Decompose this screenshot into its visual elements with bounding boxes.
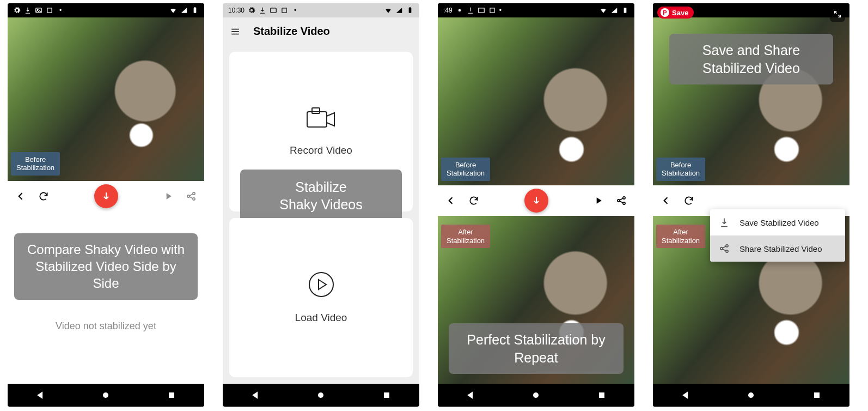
- share-stabilized-item[interactable]: Share Stabilized Video: [710, 235, 845, 262]
- share-stabilized-label: Share Stabilized Video: [739, 244, 822, 253]
- svg-point-30: [748, 392, 754, 398]
- android-navbar: [8, 384, 204, 407]
- share-icon[interactable]: [186, 191, 197, 202]
- player-toolbar: [438, 185, 634, 216]
- compare-overlay-label: Compare Shaky Video with Stabilized Vide…: [14, 233, 198, 300]
- stabilize-fab-button[interactable]: [524, 189, 548, 213]
- load-video-label: Load Video: [295, 312, 347, 324]
- before-video-preview[interactable]: Before Stabilization: [8, 17, 204, 181]
- gear-icon: [456, 7, 463, 14]
- screenshot-4: P Save Save and Share Stabilized Video B…: [653, 3, 849, 407]
- image-icon: [270, 7, 277, 14]
- screen-content: Stabilize Video Record Video Stabilize S…: [223, 17, 419, 384]
- square-icon: [280, 7, 288, 14]
- nav-back-icon[interactable]: [250, 390, 261, 401]
- download-icon: [24, 7, 32, 14]
- dot-icon: •: [291, 7, 299, 14]
- signal-icon: [180, 7, 188, 14]
- svg-rect-4: [194, 7, 195, 8]
- load-video-card[interactable]: Load Video: [229, 218, 413, 378]
- before-stabilization-badge: Before Stabilization: [11, 152, 60, 176]
- after-video-preview[interactable]: After Stabilization Perfect Stabilizatio…: [438, 201, 634, 384]
- record-video-label: Record Video: [290, 144, 352, 156]
- svg-rect-12: [409, 8, 412, 13]
- status-bar: •: [8, 3, 204, 17]
- gear-icon: [13, 7, 21, 14]
- nav-back-icon[interactable]: [35, 390, 46, 401]
- battery-icon: [191, 7, 199, 14]
- before-video-preview[interactable]: Before Stabilization: [438, 17, 634, 201]
- nav-home-icon[interactable]: [745, 390, 756, 401]
- status-bar: 10:30 •: [223, 3, 419, 17]
- nav-home-icon[interactable]: [100, 390, 111, 401]
- svg-point-25: [533, 392, 539, 398]
- nav-recents-icon[interactable]: [596, 390, 607, 401]
- wifi-icon: [384, 7, 392, 14]
- nav-recents-icon[interactable]: [166, 390, 177, 401]
- back-icon[interactable]: [445, 195, 456, 206]
- wifi-icon: [169, 7, 177, 14]
- svg-point-17: [318, 392, 323, 398]
- back-icon[interactable]: [15, 191, 26, 202]
- save-share-overlay: Save and Share Stabilized Video: [669, 34, 833, 84]
- svg-rect-11: [282, 8, 286, 13]
- save-stabilized-item[interactable]: Save Stabilized Video: [710, 209, 845, 235]
- square-icon: [488, 7, 496, 14]
- svg-rect-21: [624, 8, 627, 13]
- android-navbar: [223, 384, 419, 407]
- svg-rect-26: [599, 392, 604, 398]
- svg-rect-15: [312, 108, 320, 113]
- download-icon: [719, 217, 730, 228]
- nav-back-icon[interactable]: [465, 390, 476, 401]
- signal-icon: [610, 7, 618, 14]
- pinterest-icon: P: [661, 8, 669, 17]
- back-icon[interactable]: [661, 195, 671, 206]
- svg-rect-19: [478, 8, 484, 13]
- image-icon: [35, 7, 42, 14]
- nav-back-icon[interactable]: [680, 390, 691, 401]
- svg-rect-14: [307, 112, 327, 127]
- nav-home-icon[interactable]: [530, 390, 541, 401]
- svg-rect-9: [169, 392, 174, 398]
- share-dropdown-menu: Save Stabilized Video Share Stabilized V…: [710, 209, 845, 262]
- share-icon[interactable]: [616, 195, 627, 206]
- refresh-icon[interactable]: [683, 195, 694, 206]
- nav-recents-icon[interactable]: [381, 390, 392, 401]
- expand-icon[interactable]: [830, 7, 845, 22]
- play-circle-icon: [308, 271, 334, 298]
- menu-icon[interactable]: [229, 27, 241, 37]
- refresh-icon[interactable]: [38, 191, 49, 202]
- screenshot-3: :49 • Before Stabilization: [438, 3, 634, 407]
- download-icon: [259, 7, 266, 14]
- pinterest-save-button[interactable]: P Save: [657, 7, 694, 19]
- pinterest-save-label: Save: [672, 9, 688, 17]
- before-stabilization-badge: Before Stabilization: [441, 158, 490, 181]
- screen-content: Save and Share Stabilized Video Before S…: [653, 17, 849, 384]
- refresh-icon[interactable]: [468, 195, 479, 206]
- svg-rect-13: [409, 7, 411, 8]
- dot-icon: •: [57, 7, 64, 14]
- player-toolbar: [8, 181, 204, 211]
- after-stabilization-badge: After Stabilization: [656, 225, 705, 248]
- svg-rect-18: [384, 392, 389, 398]
- screen-content: Before Stabilization After Stabilization…: [438, 17, 634, 384]
- share-icon: [719, 243, 730, 254]
- after-video-placeholder: Compare Shaky Video with Stabilized Vide…: [8, 211, 204, 384]
- screenshot-2: 10:30 • Stabilize Video Recor: [223, 3, 419, 407]
- before-video-preview[interactable]: Save and Share Stabilized Video Before S…: [653, 17, 849, 201]
- stabilize-fab-button[interactable]: [94, 184, 118, 208]
- status-bar: :49 •: [438, 3, 634, 17]
- svg-rect-10: [271, 8, 277, 13]
- play-icon[interactable]: [593, 195, 604, 206]
- square-icon: [46, 7, 53, 14]
- status-time-partial: :49: [443, 7, 453, 14]
- svg-point-8: [103, 392, 108, 398]
- play-icon[interactable]: [163, 191, 174, 202]
- battery-icon: [406, 7, 414, 14]
- stabilize-overlay-label: Stabilize Shaky Videos: [240, 170, 402, 222]
- svg-rect-20: [490, 8, 494, 13]
- nav-recents-icon[interactable]: [811, 390, 822, 401]
- record-video-card[interactable]: Record Video Stabilize Shaky Videos: [229, 52, 413, 211]
- camera-icon: [305, 106, 337, 130]
- nav-home-icon[interactable]: [315, 390, 326, 401]
